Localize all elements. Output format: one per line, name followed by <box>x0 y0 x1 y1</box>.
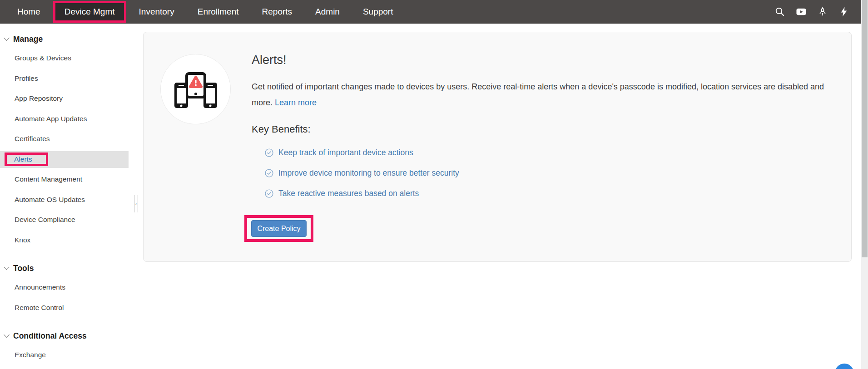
nav-item-device-mgmt[interactable]: Device Mgmt <box>55 3 124 20</box>
nav-item-support[interactable]: Support <box>363 7 393 17</box>
sidebar-item-certificates[interactable]: Certificates <box>0 129 134 149</box>
highlight-box-create-policy: Create Policy <box>244 215 313 242</box>
sidebar-item-alerts[interactable]: Alerts <box>0 151 129 168</box>
chevron-down-icon <box>4 35 10 41</box>
sidebar-section-header-manage[interactable]: Manage <box>0 30 134 48</box>
check-circle-icon <box>265 148 273 157</box>
scrollbar-thumb[interactable] <box>862 0 868 257</box>
nav-item-home[interactable]: Home <box>17 7 40 17</box>
description-text: Get notified of important changes made t… <box>252 82 824 107</box>
nav-item-admin[interactable]: Admin <box>315 7 340 17</box>
navbar-icon-group <box>775 0 849 24</box>
nav-item-inventory[interactable]: Inventory <box>139 7 174 17</box>
chevron-down-icon <box>4 332 10 338</box>
scrollbar-track[interactable] <box>861 0 868 369</box>
create-policy-button[interactable]: Create Policy <box>251 220 307 237</box>
sidebar-section-header-conditional-access[interactable]: Conditional Access <box>0 327 134 345</box>
sidebar-item-label: Alerts <box>14 155 32 163</box>
rocket-icon[interactable] <box>818 7 828 17</box>
benefits-list: Keep track of important device actions I… <box>265 143 844 204</box>
benefit-item: Keep track of important device actions <box>265 143 844 163</box>
sidebar-section-tools: Tools Announcements Remote Control <box>0 259 134 318</box>
nav-menu: Home Device Mgmt Inventory Enrollment Re… <box>0 0 393 24</box>
benefit-label: Improve device monitoring to ensure bett… <box>278 168 459 178</box>
learn-more-link[interactable]: Learn more <box>275 98 317 107</box>
benefit-item: Take reactive measures based on alerts <box>265 183 844 204</box>
video-tutorials-icon[interactable] <box>796 7 806 17</box>
quick-actions-bolt-icon[interactable] <box>839 7 849 17</box>
alerts-card-body: Alerts! Get notified of important change… <box>252 32 844 242</box>
sidebar-item-profiles[interactable]: Profiles <box>0 69 134 89</box>
sidebar-item-automate-app-updates[interactable]: Automate App Updates <box>0 109 134 129</box>
section-label: Conditional Access <box>13 331 87 341</box>
highlight-box-device-mgmt: Device Mgmt <box>53 1 126 23</box>
sidebar-section-conditional-access: Conditional Access Exchange <box>0 327 134 365</box>
sidebar-item-remote-control[interactable]: Remote Control <box>0 298 134 318</box>
sidebar: Manage Groups & Devices Profiles App Rep… <box>0 24 134 369</box>
sidebar-collapse-handle[interactable]: ‹ <box>134 195 138 212</box>
check-circle-icon <box>265 169 273 177</box>
sidebar-item-app-repository[interactable]: App Repository <box>0 89 134 109</box>
main-content: Alerts! Get notified of important change… <box>134 24 861 369</box>
search-icon[interactable] <box>775 7 785 17</box>
sidebar-item-automate-os-updates[interactable]: Automate OS Updates <box>0 190 134 210</box>
benefits-heading: Key Benefits: <box>252 123 844 135</box>
sidebar-item-device-compliance[interactable]: Device Compliance <box>0 210 134 230</box>
section-label: Tools <box>13 264 34 273</box>
sidebar-item-exchange[interactable]: Exchange <box>0 345 134 365</box>
benefit-item: Improve device monitoring to ensure bett… <box>265 163 844 183</box>
nav-item-reports[interactable]: Reports <box>262 7 293 17</box>
alerts-devices-icon <box>160 54 231 124</box>
sidebar-item-knox[interactable]: Knox <box>0 230 134 251</box>
alerts-description: Get notified of important changes made t… <box>252 79 840 111</box>
sidebar-item-content-management[interactable]: Content Management <box>0 169 134 190</box>
chevron-down-icon <box>4 264 10 270</box>
sidebar-item-announcements[interactable]: Announcements <box>0 277 134 298</box>
sidebar-section-manage: Manage Groups & Devices Profiles App Rep… <box>0 30 134 250</box>
benefit-label: Take reactive measures based on alerts <box>278 189 419 198</box>
page-title: Alerts! <box>252 53 844 67</box>
alerts-intro-card: Alerts! Get notified of important change… <box>143 32 852 262</box>
sidebar-item-groups-devices[interactable]: Groups & Devices <box>0 48 134 69</box>
section-label: Manage <box>13 34 43 44</box>
collapse-chevron-icon: ‹ <box>135 202 137 207</box>
sidebar-section-header-tools[interactable]: Tools <box>0 259 134 277</box>
highlight-box-alerts: Alerts <box>5 153 48 166</box>
nav-item-enrollment[interactable]: Enrollment <box>198 7 239 17</box>
benefit-label: Keep track of important device actions <box>278 148 413 157</box>
top-navbar: Home Device Mgmt Inventory Enrollment Re… <box>0 0 861 24</box>
check-circle-icon <box>265 189 273 198</box>
